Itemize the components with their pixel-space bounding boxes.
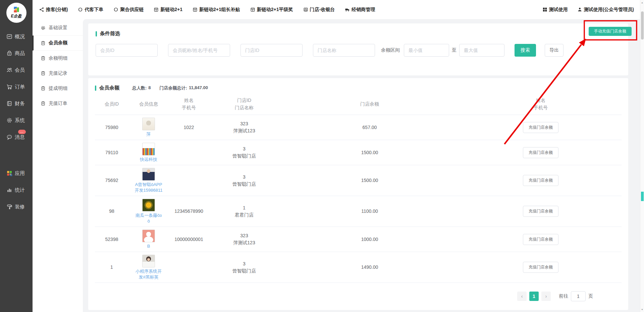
scroll-down-arrow-icon[interactable]: ▼ bbox=[640, 308, 644, 311]
pagination: ‹ 1 › 前往 页 bbox=[95, 286, 622, 301]
column-header-line: 门店余额 bbox=[360, 100, 379, 108]
recharge-store-balance-button[interactable]: 充值门店余额 bbox=[523, 206, 558, 217]
table-title-text: 会员余额 bbox=[99, 85, 119, 91]
scrollbar[interactable]: ▲ ▼ bbox=[640, 0, 644, 312]
member-keyword-input[interactable] bbox=[168, 44, 230, 57]
store-name: 萍测试123 bbox=[233, 127, 255, 134]
topnav-item-liandong-peer-award[interactable]: 新链动2+1平级奖 bbox=[250, 7, 293, 13]
min-balance-input[interactable] bbox=[404, 44, 449, 57]
sidebar-item-finance[interactable]: 财务 bbox=[0, 95, 33, 112]
manual-recharge-store-balance-button[interactable]: 手动充值门店余额 bbox=[589, 27, 632, 36]
topnav-item-store-cashier[interactable]: 门店-收银台 bbox=[303, 7, 335, 13]
member-avatar[interactable] bbox=[142, 168, 155, 181]
sidebar-item-system[interactable]: 系统 bbox=[0, 112, 33, 129]
page-1-button[interactable]: 1 bbox=[529, 292, 539, 301]
sidebar-item-orders[interactable]: 订单 bbox=[0, 78, 33, 95]
member-avatar[interactable] bbox=[142, 255, 155, 267]
table-head-row: 会员余额 总人数:8 门店余额总计:11,847.00 bbox=[95, 85, 622, 91]
member-id: 75692 bbox=[105, 177, 118, 184]
sidebar-item-apps[interactable]: 应用 bbox=[0, 165, 33, 182]
member-nickname-link[interactable]: B bbox=[147, 243, 150, 249]
topnav-item-test-use-admin[interactable]: 测试使用(公众号管理员) bbox=[577, 7, 634, 13]
recharge-store-balance-button[interactable]: 充值门店余额 bbox=[523, 234, 558, 245]
search-button[interactable]: 搜索 bbox=[515, 44, 536, 57]
chart-icon bbox=[6, 34, 12, 40]
secondary-item-recharge-records[interactable]: 充值记录 bbox=[33, 66, 83, 81]
brand-logo[interactable]: E企盈 bbox=[6, 3, 26, 23]
sidebar-item-label: 概况 bbox=[15, 34, 25, 40]
recharge-store-balance-button[interactable]: 充值门店余额 bbox=[523, 262, 558, 273]
clipboard-icon bbox=[41, 101, 46, 106]
topnav-item-dealer-management[interactable]: 经销商管理 bbox=[345, 7, 375, 13]
sidebar-item-label: 应用 bbox=[15, 170, 25, 177]
topnav-item-label: 测试使用 bbox=[549, 7, 568, 13]
sidebar-item-overview[interactable]: 概况 bbox=[0, 28, 33, 45]
store-id: 323 bbox=[240, 232, 248, 239]
cell-member-info: 萍 bbox=[128, 118, 169, 137]
member-id: 75980 bbox=[105, 124, 118, 131]
topnav-item-tuike-distribution[interactable]: 推客(分销) bbox=[39, 7, 68, 13]
store-name-input[interactable] bbox=[313, 44, 375, 57]
member-avatar[interactable] bbox=[142, 230, 155, 242]
secondary-item-basic-settings[interactable]: 基础设置 bbox=[33, 20, 83, 36]
goto-page-input[interactable] bbox=[571, 291, 586, 301]
recharge-store-balance-button[interactable]: 充值门店余额 bbox=[523, 175, 558, 186]
store-id-input[interactable] bbox=[240, 44, 303, 57]
next-page-button[interactable]: › bbox=[541, 292, 551, 301]
clipboard-icon bbox=[41, 71, 46, 76]
member-nickname-link[interactable]: 萍 bbox=[147, 131, 151, 137]
cell-store-balance: 1100.00 bbox=[279, 208, 460, 215]
member-nickname-link[interactable]: A曾智聪ǒAPP开发15986811 bbox=[134, 182, 163, 193]
secondary-item-recharge-orders[interactable]: 充值订单 bbox=[33, 96, 83, 111]
sidebar-item-goods[interactable]: 商品 bbox=[0, 45, 33, 62]
total-value: 8 bbox=[148, 85, 151, 91]
circle-icon bbox=[78, 7, 83, 12]
cell-member-info: 小程序系统开发#黑标英 bbox=[128, 255, 169, 280]
cell-member-id: 79110 bbox=[95, 149, 128, 156]
topnav-item-supply-chain[interactable]: 聚合供应链 bbox=[113, 7, 144, 13]
member-avatar[interactable] bbox=[142, 118, 155, 130]
cell-store-balance: 1500.00 bbox=[279, 177, 460, 184]
member-avatar[interactable] bbox=[142, 199, 155, 211]
member-nickname-link[interactable]: 小程序系统开发#黑标英 bbox=[134, 268, 163, 280]
topnav-item-order-for-guest[interactable]: 代客下单 bbox=[78, 7, 103, 13]
bag-icon bbox=[6, 50, 12, 56]
scrollbar-thumb[interactable] bbox=[641, 11, 644, 40]
cell-member-info: 快远科技 bbox=[128, 143, 169, 162]
sidebar-item-statistics[interactable]: 统计 bbox=[0, 182, 33, 198]
sum-value: 11,847.00 bbox=[189, 85, 208, 91]
sidebar-item-messages[interactable]: 消息... bbox=[0, 129, 33, 145]
topnav-item-label: 新链动2+1 bbox=[160, 7, 182, 13]
column-header-2: 姓名手机号 bbox=[169, 97, 209, 111]
cell-name-phone: 10000000001 bbox=[169, 236, 209, 243]
topnav-item-liandong-2plus1[interactable]: 新链动2+1 bbox=[154, 7, 182, 13]
member-nickname-link[interactable]: 快远科技 bbox=[140, 157, 157, 162]
recharge-store-balance-button[interactable]: 充值门店余额 bbox=[523, 147, 558, 158]
secondary-item-label: 充值记录 bbox=[49, 70, 67, 76]
recharge-store-balance-button[interactable]: 充值门店余额 bbox=[523, 122, 558, 133]
sidebar-item-members[interactable]: 会员 bbox=[0, 62, 33, 78]
secondary-item-balance-detail[interactable]: 余额明细 bbox=[33, 51, 83, 66]
member-balance-card: 会员余额 总人数:8 门店余额总计:11,847.00 会员ID会员信息姓名手机… bbox=[88, 78, 628, 310]
max-balance-input[interactable] bbox=[459, 44, 504, 57]
clipboard-icon bbox=[41, 56, 46, 61]
sidebar-item-label: 统计 bbox=[15, 187, 25, 193]
secondary-item-member-balance[interactable]: 会员余额 bbox=[33, 36, 83, 51]
cell-store: 323萍测试123 bbox=[209, 232, 279, 246]
member-id-input[interactable] bbox=[96, 44, 158, 57]
column-header-4: 门店余额 bbox=[279, 97, 460, 111]
sidebar-item-decoration[interactable]: 装修 bbox=[0, 198, 33, 215]
topnav-item-liandong-leader-subsidy[interactable]: 新链动2+1组长补贴 bbox=[193, 7, 240, 13]
secondary-item-commission-detail[interactable]: 提成明细 bbox=[33, 81, 83, 96]
member-avatar[interactable] bbox=[142, 143, 155, 155]
column-header-line: 会员信息 bbox=[139, 100, 158, 108]
scroll-up-arrow-icon[interactable]: ▲ bbox=[640, 1, 644, 4]
member-nickname-link[interactable]: 南瓜一条藤ǒз ǒ bbox=[134, 212, 163, 224]
topnav-item-test-use[interactable]: 测试使用 bbox=[542, 7, 568, 13]
sidebar-item-label: 会员 bbox=[15, 67, 25, 73]
cell-member-info: B bbox=[128, 230, 169, 249]
export-button[interactable]: 导出 bbox=[545, 44, 564, 57]
column-header-line: 手机号 bbox=[182, 104, 196, 111]
cell-store-balance: 1490.00 bbox=[279, 264, 460, 271]
prev-page-button[interactable]: ‹ bbox=[517, 292, 527, 301]
